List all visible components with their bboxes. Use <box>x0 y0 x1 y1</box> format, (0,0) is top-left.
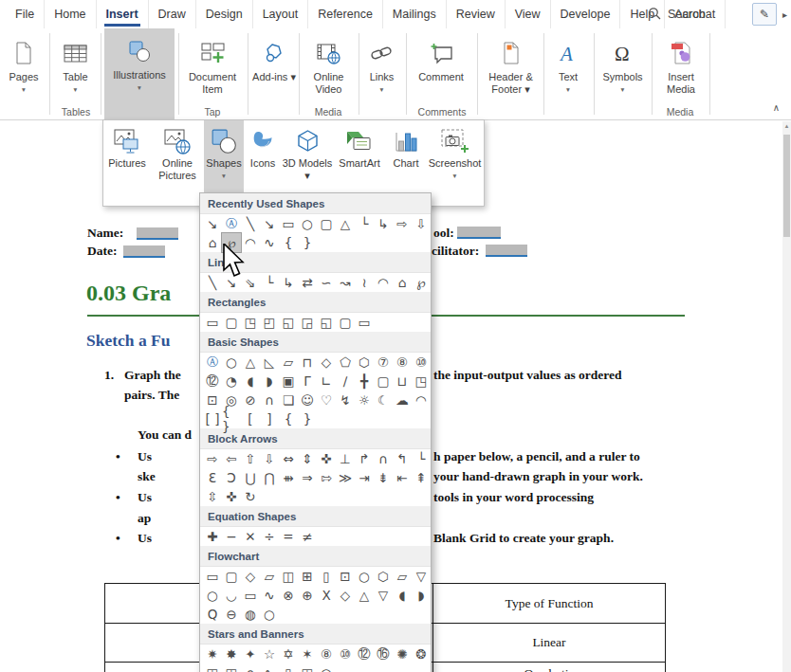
tab-view[interactable]: View <box>506 0 551 28</box>
shape-cell[interactable]: { <box>279 409 298 428</box>
shape-cell[interactable]: Ↄ <box>222 468 241 487</box>
shape-cell[interactable]: ♡ <box>317 390 336 409</box>
tab-review[interactable]: Review <box>447 0 506 28</box>
shape-cell[interactable]: ▭ <box>203 567 222 586</box>
shape-cell[interactable]: ◫ <box>279 567 298 586</box>
shape-cell[interactable]: ∩ <box>241 663 260 672</box>
shape-cell[interactable]: ⊞ <box>298 567 317 586</box>
shape-cell[interactable]: } <box>298 233 317 252</box>
shape-cell[interactable]: ↻ <box>241 487 260 506</box>
shape-cell[interactable]: ℘ <box>412 273 431 292</box>
shape-cell[interactable]: ∿ <box>260 663 279 672</box>
shape-cell[interactable]: ⑫ <box>203 372 222 390</box>
shape-cell[interactable]: △ <box>241 353 260 372</box>
shape-cell[interactable]: ▱ <box>279 353 298 372</box>
tab-mailings[interactable]: Mailings <box>383 0 447 28</box>
ribbon-button-links[interactable]: Links▾ <box>360 30 403 118</box>
shape-cell[interactable]: ⊘ <box>241 390 260 409</box>
shape-cell[interactable]: Ɛ <box>203 468 222 487</box>
shape-cell[interactable]: ⌂ <box>393 273 412 292</box>
shape-cell[interactable]: ↱ <box>355 449 374 468</box>
shape-cell[interactable]: ✶ <box>298 645 317 663</box>
shape-cell[interactable]: ↳ <box>279 273 298 292</box>
shape-cell[interactable]: ◖ <box>241 372 260 390</box>
shape-cell[interactable]: ❏ <box>279 390 298 409</box>
shape-cell[interactable]: ▢ <box>374 372 393 390</box>
shape-cell[interactable]: ◫ <box>203 663 222 672</box>
shape-cell[interactable]: ⊕ <box>298 586 317 605</box>
shape-cell[interactable]: ⇦ <box>222 449 241 468</box>
shape-cell[interactable]: └ <box>355 214 374 233</box>
ribbon-button-pages[interactable]: Pages▾ <box>2 30 46 118</box>
shape-cell[interactable]: = <box>279 527 298 546</box>
vertical-scrollbar[interactable]: ▲ <box>782 121 791 672</box>
shape-cell[interactable]: ⇩ <box>260 449 279 468</box>
shape-cell[interactable]: ⊖ <box>222 605 241 624</box>
tab-layout[interactable]: Layout <box>253 0 309 28</box>
shape-cell[interactable]: ✸ <box>222 645 241 663</box>
shape-cell[interactable]: ⑫ <box>355 645 374 663</box>
ribbon-button-symbols[interactable]: ΩSymbols▾ <box>596 30 650 118</box>
shape-cell[interactable]: ◺ <box>260 353 279 372</box>
illustrations-item-online-pictures[interactable]: Online Pictures <box>151 120 204 206</box>
shape-cell[interactable]: ▭ <box>203 313 222 332</box>
shape-cell[interactable]: ⬠ <box>336 353 355 372</box>
shape-cell[interactable]: ⑯ <box>374 645 393 663</box>
shape-cell[interactable]: ↘ <box>203 214 222 233</box>
shape-cell[interactable]: ⇔ <box>279 449 298 468</box>
shape-cell[interactable]: ⇤ <box>393 468 412 487</box>
shape-cell[interactable]: ◇ <box>241 567 260 586</box>
shape-cell[interactable]: └ <box>412 449 431 468</box>
search[interactable]: Search <box>648 0 706 28</box>
shape-cell[interactable]: ⊓ <box>298 353 317 372</box>
shape-cell[interactable]: ↝ <box>336 273 355 292</box>
shape-cell[interactable]: ] <box>260 409 279 428</box>
shape-cell[interactable]: ╲ <box>203 273 222 292</box>
shape-cell[interactable]: ✡ <box>279 645 298 663</box>
shape-cell[interactable]: ⑦ <box>374 353 393 372</box>
shape-cell[interactable]: ∕ <box>336 372 355 390</box>
shape-cell[interactable]: ○ <box>260 605 279 624</box>
shape-cell[interactable]: ∽ <box>317 273 336 292</box>
illustrations-item-screenshot[interactable]: Screenshot▾ <box>426 120 484 206</box>
illustrations-item-pictures[interactable]: Pictures <box>103 120 151 206</box>
shape-cell[interactable]: [ <box>241 409 260 428</box>
shape-cell[interactable]: ☆ <box>260 645 279 663</box>
shape-cell[interactable]: ╲ <box>241 214 260 233</box>
shape-cell[interactable]: ◗ <box>260 372 279 390</box>
ribbon-button-illustrations[interactable]: Illustrations▾ <box>104 28 175 119</box>
shape-cell[interactable]: ▱ <box>393 567 412 586</box>
shape-cell[interactable]: ◰ <box>260 313 279 332</box>
shape-cell[interactable]: ∩ <box>374 449 393 468</box>
shape-cell[interactable]: ◰ <box>222 663 241 672</box>
shape-cell[interactable]: ⇰ <box>317 468 336 487</box>
shape-cell[interactable]: ⑩ <box>412 353 431 372</box>
shape-cell[interactable]: ◳ <box>412 372 431 390</box>
shape-cell[interactable]: ⇄ <box>298 273 317 292</box>
shape-cell[interactable]: ↯ <box>336 390 355 409</box>
shape-cell[interactable]: ↘ <box>260 214 279 233</box>
shape-cell[interactable]: ▭ <box>241 586 260 605</box>
shape-cell[interactable]: ✕ <box>241 527 260 546</box>
tab-insert[interactable]: Insert <box>97 0 149 28</box>
shape-cell[interactable]: ⬡ <box>374 567 393 586</box>
shape-cell[interactable]: ↰ <box>393 449 412 468</box>
shape-cell[interactable]: ⇻ <box>279 468 298 487</box>
shape-cell[interactable]: ◇ <box>336 586 355 605</box>
name-field[interactable] <box>137 227 178 240</box>
tab-design[interactable]: Design <box>196 0 253 28</box>
more-icon[interactable]: ▸ <box>782 9 787 20</box>
shape-cell[interactable]: ◱ <box>317 313 336 332</box>
shape-cell[interactable]: ☾ <box>374 390 393 409</box>
shape-cell[interactable]: ▣ <box>279 372 298 390</box>
shape-cell[interactable]: ○ <box>298 214 317 233</box>
facilitator-field[interactable] <box>486 245 527 257</box>
ribbon-button-comment[interactable]: Comment <box>408 30 474 118</box>
shape-cell[interactable]: ⇕ <box>298 449 317 468</box>
tab-draw[interactable]: Draw <box>149 0 196 28</box>
shape-cell[interactable]: ✜ <box>317 449 336 468</box>
shape-cell[interactable]: ▯ <box>279 663 298 672</box>
shape-cell[interactable]: ○ <box>222 353 241 372</box>
shape-cell[interactable]: ⊡ <box>336 567 355 586</box>
shape-cell[interactable]: ⑩ <box>336 645 355 663</box>
